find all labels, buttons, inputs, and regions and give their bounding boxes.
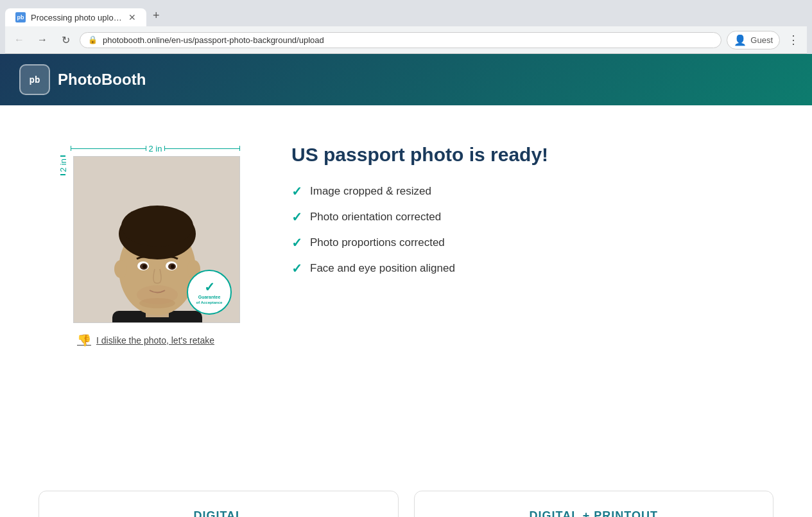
svg-point-16 [137, 285, 178, 304]
logo-icon: pb [19, 64, 50, 95]
brand-name: PhotoBooth [58, 71, 146, 89]
photo-frame-wrapper: 2 in 2 in [39, 131, 253, 323]
dimension-left: 2 in [58, 156, 73, 175]
profile-icon: 👤 [734, 34, 747, 46]
svg-point-7 [114, 260, 127, 278]
dimension-top: 2 in [71, 144, 240, 153]
feature-label-2: Photo orientation corrected [310, 211, 441, 223]
logo[interactable]: pb PhotoBooth [19, 64, 146, 95]
url-input[interactable] [103, 35, 713, 45]
profile-button[interactable]: 👤 Guest [727, 31, 780, 49]
svg-point-14 [171, 265, 175, 268]
feature-item-2: ✓ Photo orientation corrected [291, 209, 773, 225]
main-content: 2 in 2 in [0, 105, 812, 491]
ready-title: US passport photo is ready! [291, 144, 773, 166]
check-icon-2: ✓ [291, 209, 302, 225]
check-icon-3: ✓ [291, 235, 302, 250]
digital-printout-card-title: DIGITAL + PRINTOUT [529, 509, 658, 517]
info-section: US passport photo is ready! ✓ Image crop… [291, 131, 773, 465]
passport-photo: ✓ Guarantee of Acceptance [73, 156, 240, 323]
reload-button[interactable]: ↻ [56, 31, 74, 49]
dimension-left-label: 2 in [58, 159, 68, 172]
profile-label: Guest [750, 35, 773, 45]
address-bar[interactable]: 🔒 [80, 32, 721, 48]
feature-item-3: ✓ Photo proportions corrected [291, 235, 773, 250]
active-tab[interactable]: pb Processing photo upload - P ✕ [5, 8, 146, 26]
feature-label-4: Face and eye position aligned [310, 262, 455, 275]
back-button[interactable]: ← [10, 31, 28, 49]
feature-item-1: ✓ Image cropped & resized [291, 184, 773, 199]
check-icon-4: ✓ [291, 261, 302, 276]
digital-card: DIGITAL $2.95 LOW PRICE GUARANTEE Get Ph… [39, 491, 399, 517]
retake-text: I dislike the photo, let's retake [96, 335, 214, 346]
browser-menu-button[interactable]: ⋮ [785, 30, 802, 49]
dimension-top-label: 2 in [149, 144, 162, 153]
guarantee-check-icon: ✓ [204, 279, 215, 295]
lock-icon: 🔒 [88, 35, 98, 44]
guarantee-badge: ✓ Guarantee of Acceptance [187, 270, 232, 315]
site-header: pb PhotoBooth [0, 54, 812, 105]
svg-point-6 [121, 206, 193, 247]
dim-line-top-right [164, 148, 240, 149]
feature-list: ✓ Image cropped & resized ✓ Photo orient… [291, 184, 773, 276]
new-tab-button[interactable]: + [146, 5, 166, 26]
digital-printout-card: DIGITAL + PRINTOUT $16 $9.95 LOW PRICE G… [414, 491, 774, 517]
pricing-section: DIGITAL $2.95 LOW PRICE GUARANTEE Get Ph… [0, 491, 812, 517]
check-icon-1: ✓ [291, 184, 302, 199]
tab-favicon: pb [15, 12, 26, 22]
digital-card-title: DIGITAL [193, 509, 243, 517]
tab-title: Processing photo upload - P [31, 13, 123, 22]
guarantee-text-1: Guarantee [198, 295, 221, 300]
guarantee-text-2: of Acceptance [196, 301, 223, 305]
dim-line-top-left [71, 148, 146, 149]
forward-button[interactable]: → [33, 31, 51, 49]
photo-section: 2 in 2 in [39, 131, 253, 465]
thumbs-down-icon: 👎 [77, 333, 91, 347]
svg-point-13 [143, 265, 146, 268]
browser-chrome: pb Processing photo upload - P ✕ + ← → ↻… [0, 0, 812, 54]
retake-link[interactable]: 👎 I dislike the photo, let's retake [77, 333, 214, 347]
tab-close-button[interactable]: ✕ [128, 12, 136, 22]
feature-item-4: ✓ Face and eye position aligned [291, 261, 773, 276]
feature-label-3: Photo proportions corrected [310, 236, 445, 249]
feature-label-1: Image cropped & resized [310, 185, 431, 198]
photo-row: 2 in [58, 156, 240, 323]
